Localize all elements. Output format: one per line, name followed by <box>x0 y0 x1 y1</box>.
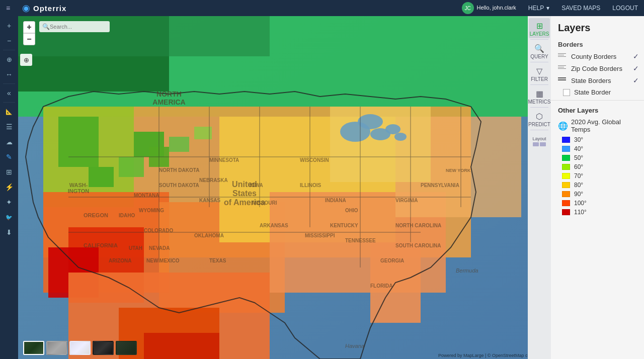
zip-code-borders-item[interactable]: Zip Code Borders ✓ <box>551 62 644 74</box>
lightning-button[interactable]: ⚡ <box>1 180 17 194</box>
svg-text:INDIANA: INDIANA <box>325 198 346 203</box>
svg-rect-16 <box>119 157 144 177</box>
layout-toolbar-label: Layout <box>532 136 546 141</box>
metrics-toolbar-label: METRICS <box>528 99 551 105</box>
other-layers-title: Other Layers <box>558 107 598 114</box>
zip-code-borders-icon <box>558 65 568 71</box>
logout-button[interactable]: LOGOUT <box>606 0 644 16</box>
identify-map-button[interactable]: ⊕ <box>20 54 32 66</box>
county-borders-icon <box>558 53 568 59</box>
global-temps-layer-item[interactable]: 🌐 2020 Avg. Global Temps <box>551 116 644 135</box>
thumbnail-dark[interactable] <box>93 341 114 355</box>
metrics-toolbar-button[interactable]: ▦ METRICS <box>529 86 550 106</box>
svg-rect-18 <box>89 167 114 187</box>
layers-list-button[interactable]: ☰ <box>1 120 17 134</box>
legend-swatch-90 <box>562 191 570 197</box>
help-menu[interactable]: HELP ▾ <box>522 0 555 16</box>
legend-label-60: 60° <box>574 163 583 170</box>
thumbnail-satellite[interactable] <box>23 341 44 355</box>
svg-text:PENNSYLVANIA: PENNSYLVANIA <box>421 183 459 188</box>
state-border-checkbox[interactable] <box>563 89 570 96</box>
svg-text:TENNESSEE: TENNESSEE <box>345 238 376 243</box>
previous-button[interactable]: « <box>1 86 17 100</box>
ruler-button[interactable]: 📐 <box>1 105 17 119</box>
svg-text:WYOMING: WYOMING <box>139 208 164 213</box>
menu-icon: ≡ <box>6 4 10 12</box>
filter-toolbar-icon: ▽ <box>536 66 542 76</box>
svg-text:NEW YORK: NEW YORK <box>446 168 471 173</box>
county-borders-checkmark: ✓ <box>633 52 639 60</box>
map-search-box[interactable]: 🔍 <box>39 21 110 32</box>
map-area[interactable]: NORTH AMERICA United States of America W… <box>18 16 551 359</box>
layers-toolbar-button[interactable]: ⊞ LAYERS <box>529 18 550 38</box>
nav-expand-button[interactable]: ≡ <box>0 0 16 16</box>
saved-maps-button[interactable]: SAVED MAPS <box>555 0 606 16</box>
toolbar-separator-2 <box>3 83 15 84</box>
legend-label-40: 40° <box>574 145 583 152</box>
draw-button[interactable]: ✎ <box>1 150 17 164</box>
filter-toolbar-label: FILTER <box>531 76 548 82</box>
thumbnail-gray[interactable] <box>46 341 67 355</box>
legend-item-90: 90° <box>551 190 644 199</box>
svg-text:ILLINOIS: ILLINOIS <box>300 183 321 188</box>
svg-point-28 <box>385 124 400 134</box>
zoom-out-button[interactable]: − <box>1 34 17 48</box>
map-search-input[interactable] <box>50 24 105 30</box>
grid-button[interactable]: ⊞ <box>1 165 17 179</box>
county-borders-item[interactable]: County Borders ✓ <box>551 50 644 62</box>
svg-text:IDAHO: IDAHO <box>119 213 135 218</box>
legend-item-60: 60° <box>551 162 644 171</box>
legend-swatch-40 <box>562 146 570 152</box>
svg-text:WASH-: WASH- <box>69 182 88 188</box>
predict-toolbar-button[interactable]: ⬡ PREDICT <box>529 109 550 129</box>
filter-toolbar-button[interactable]: ▽ FILTER <box>529 63 550 83</box>
svg-text:TEXAS: TEXAS <box>209 258 226 263</box>
legend-swatch-30 <box>562 137 570 143</box>
svg-text:AMERICA: AMERICA <box>152 98 185 106</box>
twitter-button[interactable]: 🐦 <box>1 210 17 224</box>
identify-button[interactable]: ⊕ <box>1 52 17 66</box>
other-layers-header: Other Layers <box>551 103 644 116</box>
pan-button[interactable]: ↔ <box>1 67 17 81</box>
thumbnail-light[interactable] <box>69 341 91 355</box>
zoom-in-button[interactable]: + <box>1 19 17 33</box>
zoom-out-map-button[interactable]: − <box>23 33 35 45</box>
state-border-checkbox-item[interactable]: State Border <box>551 86 644 98</box>
map-left-controls: ⊕ <box>20 54 32 66</box>
help-label: HELP <box>528 5 544 12</box>
svg-point-29 <box>394 133 407 141</box>
query-toolbar-button[interactable]: 🔍 QUERY <box>529 41 550 61</box>
svg-text:Havana: Havana <box>345 343 364 349</box>
temperature-legend: 30° 40° 50° 60° 70° 80° 90° 100° <box>551 135 644 217</box>
logo-icon: ◉ <box>22 3 30 14</box>
svg-text:FLORIDA: FLORIDA <box>370 283 392 289</box>
toolbar-separator-1 <box>3 50 15 50</box>
weather-button[interactable]: ☁ <box>1 135 17 149</box>
svg-text:KANSAS: KANSAS <box>199 198 221 203</box>
state-borders-label: State Borders <box>571 77 633 84</box>
svg-text:NEBRASKA: NEBRASKA <box>199 177 228 183</box>
layers-panel: Layers Borders County Borders ✓ Zip Code… <box>551 16 644 359</box>
section-divider-1 <box>551 100 644 101</box>
legend-swatch-110 <box>562 209 570 215</box>
thumbnail-topo[interactable] <box>116 341 137 355</box>
legend-item-40: 40° <box>551 144 644 153</box>
metrics-toolbar-icon: ▦ <box>536 89 543 99</box>
zoom-in-map-button[interactable]: + <box>23 21 35 33</box>
legend-item-110: 110° <box>551 208 644 217</box>
globe-icon: 🌐 <box>558 121 568 131</box>
svg-rect-24 <box>144 333 219 359</box>
layout-toolbar-button[interactable]: Layout <box>529 133 550 148</box>
download-button[interactable]: ⬇ <box>1 225 17 239</box>
layers-toolbar-icon: ⊞ <box>536 21 543 31</box>
query-toolbar-label: QUERY <box>530 54 548 59</box>
svg-text:NEVADA: NEVADA <box>149 245 170 251</box>
legend-label-70: 70° <box>574 172 583 180</box>
svg-text:UTAH: UTAH <box>129 245 142 251</box>
legend-label-50: 50° <box>574 154 583 161</box>
query-toolbar-icon: 🔍 <box>534 44 544 53</box>
star-button[interactable]: ✦ <box>1 195 17 209</box>
logout-label: LOGOUT <box>612 5 638 12</box>
svg-text:ARKANSAS: ARKANSAS <box>260 223 288 228</box>
state-borders-item[interactable]: State Borders ✓ <box>551 74 644 86</box>
